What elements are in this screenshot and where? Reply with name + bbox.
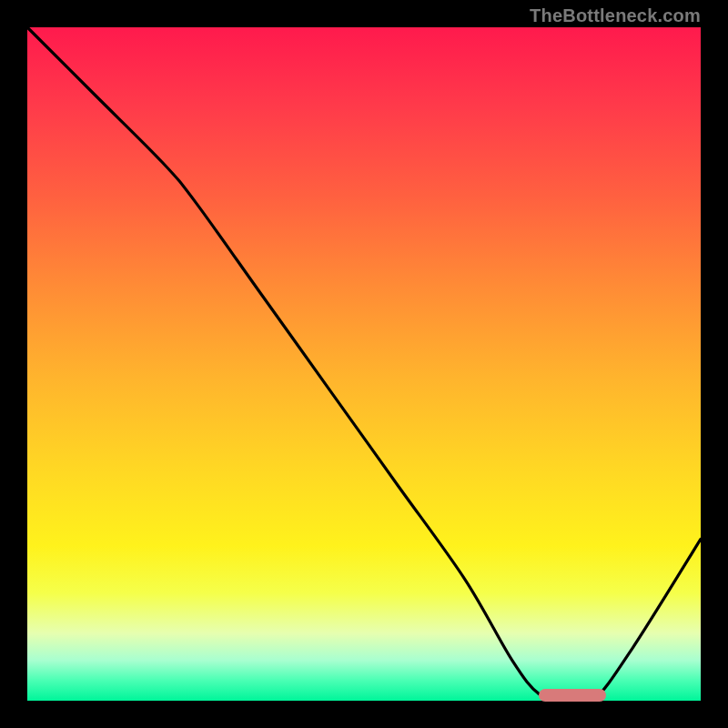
optimal-range-marker bbox=[539, 689, 606, 702]
plot-area bbox=[27, 27, 701, 701]
bottleneck-curve bbox=[27, 27, 701, 701]
curve-path bbox=[27, 27, 701, 705]
watermark-text: TheBottleneck.com bbox=[530, 5, 701, 26]
chart-stage: TheBottleneck.com bbox=[0, 0, 728, 728]
